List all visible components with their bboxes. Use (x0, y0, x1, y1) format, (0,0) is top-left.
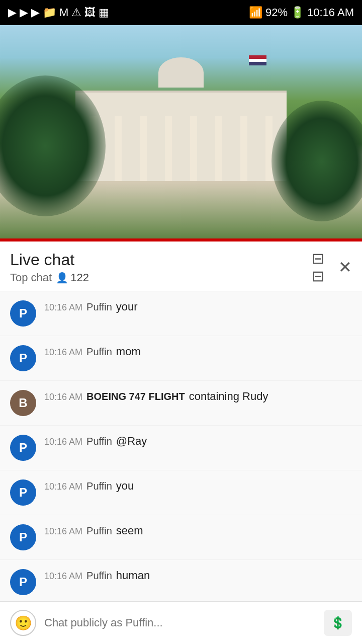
super-chat-icon: 💲 (330, 616, 345, 630)
list-item: B 10:16 AM BOEING 747 FLIGHT containing … (0, 381, 362, 426)
video-progress-bar (0, 238, 362, 242)
person-icon: 👤 (56, 272, 68, 284)
emoji-icon: 🙂 (15, 615, 32, 631)
message-author: BOEING 747 FLIGHT (86, 391, 185, 403)
chat-messages-container: P 10:16 AM Puffin your P 10:16 AM Puffin… (0, 291, 362, 644)
avatar: P (10, 345, 36, 371)
message-text: seem (116, 524, 143, 537)
chat-input[interactable] (44, 610, 316, 636)
avatar: P (10, 479, 36, 506)
top-chat-label[interactable]: Top chat (10, 271, 52, 284)
message-content: 10:16 AM Puffin your (44, 300, 138, 313)
message-time: 10:16 AM (44, 437, 82, 447)
message-time: 10:16 AM (44, 571, 82, 582)
alert-icon: ⚠ (71, 6, 81, 19)
notification-icons: ▶ ▶ ▶ 📁 M ⚠ 🖼 ▦ (8, 6, 109, 19)
viewer-count-text: 122 (70, 271, 89, 284)
flag (249, 55, 266, 65)
message-text: your (116, 300, 138, 313)
chat-header-info: Live chat Top chat 👤 122 (10, 250, 89, 284)
folder-icon: 📁 (43, 6, 56, 19)
message-time: 10:16 AM (44, 302, 82, 313)
chat-input-bar: 🙂 💲 (0, 601, 362, 644)
message-content: 10:16 AM Puffin seem (44, 524, 143, 537)
wifi-icon: 📶 (249, 6, 262, 19)
message-text: containing Rudy (189, 390, 268, 403)
list-item: P 10:16 AM Puffin @Ray (0, 426, 362, 470)
message-row: 10:16 AM Puffin human (44, 569, 150, 582)
system-status: 📶 92% 🔋 10:16 AM (249, 6, 354, 19)
message-author: Puffin (86, 480, 112, 492)
message-author: Puffin (86, 346, 112, 358)
youtube-icon-2: ▶ (31, 6, 40, 19)
avatar: P (10, 569, 36, 595)
avatar: P (10, 524, 36, 550)
message-text: mom (116, 345, 141, 358)
grid-icon: ▦ (99, 6, 109, 19)
message-time: 10:16 AM (44, 347, 82, 358)
message-time: 10:16 AM (44, 526, 82, 537)
message-content: 10:16 AM Puffin you (44, 479, 134, 493)
message-text: you (116, 479, 134, 493)
avatar: B (10, 390, 36, 416)
message-author: Puffin (86, 436, 112, 447)
list-item: P 10:16 AM Puffin you (0, 470, 362, 515)
list-item: P 10:16 AM Puffin seem (0, 515, 362, 560)
list-item: P 10:16 AM Puffin human (0, 560, 362, 605)
super-chat-button[interactable]: 💲 (324, 610, 352, 636)
time-display: 10:16 AM (307, 6, 354, 19)
message-content: 10:16 AM Puffin @Ray (44, 435, 147, 448)
message-author: Puffin (86, 301, 112, 313)
battery-icon: 🔋 (291, 6, 304, 19)
message-row: 10:16 AM Puffin you (44, 479, 134, 493)
message-row: 10:16 AM Puffin seem (44, 524, 143, 537)
message-author: Puffin (86, 570, 112, 582)
white-house-body (75, 91, 287, 181)
message-text: human (116, 569, 150, 582)
battery-text: 92% (265, 6, 288, 19)
message-content: 10:16 AM Puffin mom (44, 345, 141, 358)
message-row: 10:16 AM Puffin your (44, 300, 138, 313)
message-content: 10:16 AM Puffin human (44, 569, 150, 582)
list-item: P 10:16 AM Puffin mom (0, 336, 362, 381)
live-chat-header: Live chat Top chat 👤 122 ⊟⊟ ✕ (0, 242, 362, 291)
status-bar: ▶ ▶ ▶ 📁 M ⚠ 🖼 ▦ 📶 92% 🔋 10:16 AM (0, 0, 362, 25)
play-icon: ▶ (8, 6, 17, 19)
emoji-button[interactable]: 🙂 (10, 610, 36, 636)
mastodon-icon: M (59, 6, 68, 19)
message-row: 10:16 AM Puffin @Ray (44, 435, 147, 448)
message-author: Puffin (86, 525, 112, 537)
avatar: P (10, 435, 36, 461)
avatar: P (10, 300, 36, 327)
image-icon: 🖼 (84, 6, 96, 19)
message-time: 10:16 AM (44, 481, 82, 492)
chat-header-actions: ⊟⊟ ✕ (312, 250, 352, 285)
viewer-count: 👤 122 (56, 271, 89, 284)
chat-subtitle-row: Top chat 👤 122 (10, 271, 89, 284)
message-time: 10:16 AM (44, 392, 82, 403)
live-chat-title: Live chat (10, 250, 89, 269)
video-player[interactable] (0, 25, 362, 242)
message-content: 10:16 AM BOEING 747 FLIGHT containing Ru… (44, 390, 268, 403)
message-text: @Ray (116, 435, 147, 448)
close-button[interactable]: ✕ (338, 258, 352, 277)
youtube-icon: ▶ (20, 6, 28, 19)
list-item: P 10:16 AM Puffin your (0, 291, 362, 336)
message-row: 10:16 AM BOEING 747 FLIGHT containing Ru… (44, 390, 268, 403)
filter-button[interactable]: ⊟⊟ (312, 250, 324, 285)
dome (158, 57, 204, 88)
message-row: 10:16 AM Puffin mom (44, 345, 141, 358)
